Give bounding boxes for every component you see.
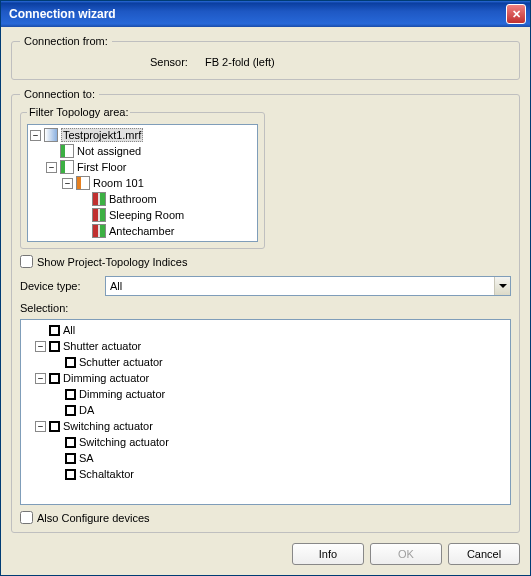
device-type-combo[interactable]: All xyxy=(105,276,511,296)
sel-label: DA xyxy=(79,404,94,416)
collapse-icon[interactable]: − xyxy=(30,130,41,141)
sel-node-switching[interactable]: − Switching actuator xyxy=(35,418,508,434)
tree-node-antechamber[interactable]: Antechamber xyxy=(78,223,255,239)
sel-label: Dimming actuator xyxy=(63,372,149,384)
tree-node-not-assigned[interactable]: Not assigned xyxy=(46,143,255,159)
tree-label: Sleeping Room xyxy=(109,209,184,221)
checkbox-icon[interactable] xyxy=(65,453,76,464)
project-icon xyxy=(44,128,58,142)
selection-label: Selection: xyxy=(20,302,511,314)
device-type-label: Device type: xyxy=(20,280,105,292)
checkbox-icon[interactable] xyxy=(65,437,76,448)
collapse-icon[interactable]: − xyxy=(35,373,46,384)
close-button[interactable]: ✕ xyxy=(506,4,526,24)
window-title: Connection wizard xyxy=(9,7,506,21)
checkbox-icon[interactable] xyxy=(49,325,60,336)
tree-label: First Floor xyxy=(77,161,127,173)
tree-node-room101[interactable]: − Room 101 xyxy=(62,175,255,191)
titlebar: Connection wizard ✕ xyxy=(1,1,530,27)
checkbox-icon[interactable] xyxy=(49,373,60,384)
sensor-label: Sensor: xyxy=(150,56,205,68)
room-icon xyxy=(76,176,90,190)
sel-node-dimming2[interactable]: Dimming actuator xyxy=(51,386,508,402)
tree-node-sleeping-room[interactable]: Sleeping Room xyxy=(78,207,255,223)
sensor-value: FB 2-fold (left) xyxy=(205,56,275,68)
checkbox-icon[interactable] xyxy=(49,421,60,432)
area-icon xyxy=(60,160,74,174)
tree-label: Testprojekt1.mrf xyxy=(61,128,143,142)
checkbox-icon[interactable] xyxy=(49,341,60,352)
tree-label: Not assigned xyxy=(77,145,141,157)
device-type-value: All xyxy=(106,277,494,295)
sel-node-schutter[interactable]: Schutter actuator xyxy=(51,354,508,370)
connection-from-legend: Connection from: xyxy=(20,35,112,47)
device-icon xyxy=(92,192,106,206)
show-indices-checkbox[interactable] xyxy=(20,255,33,268)
chevron-down-icon[interactable] xyxy=(494,277,510,295)
connection-to-group: Connection to: Filter Topology area: − xyxy=(11,88,520,533)
collapse-icon[interactable]: − xyxy=(35,341,46,352)
also-configure-checkbox[interactable] xyxy=(20,511,33,524)
device-icon xyxy=(92,208,106,222)
sel-label: Shutter actuator xyxy=(63,340,141,352)
sel-node-sa[interactable]: SA xyxy=(51,450,508,466)
info-button[interactable]: Info xyxy=(292,543,364,565)
tree-node-first-floor[interactable]: − First Floor xyxy=(46,159,255,175)
sel-label: Schaltaktor xyxy=(79,468,134,480)
tree-label: Antechamber xyxy=(109,225,174,237)
tree-node-project[interactable]: − Testprojekt1.mrf xyxy=(30,127,255,143)
sel-node-shutter[interactable]: − Shutter actuator xyxy=(35,338,508,354)
window: Connection wizard ✕ Connection from: Sen… xyxy=(0,0,531,576)
device-icon xyxy=(92,224,106,238)
sel-node-schaltaktor[interactable]: Schaltaktor xyxy=(51,466,508,482)
tree-node-bathroom[interactable]: Bathroom xyxy=(78,191,255,207)
checkbox-icon[interactable] xyxy=(65,389,76,400)
sel-node-switching2[interactable]: Switching actuator xyxy=(51,434,508,450)
checkbox-icon[interactable] xyxy=(65,469,76,480)
sel-label: SA xyxy=(79,452,94,464)
sel-label: Schutter actuator xyxy=(79,356,163,368)
window-body: Connection from: Sensor: FB 2-fold (left… xyxy=(1,27,530,575)
show-indices-label: Show Project-Topology Indices xyxy=(37,256,187,268)
sel-node-dimming[interactable]: − Dimming actuator xyxy=(35,370,508,386)
also-configure-label: Also Configure devices xyxy=(37,512,150,524)
connection-from-group: Connection from: Sensor: FB 2-fold (left… xyxy=(11,35,520,80)
sel-label: All xyxy=(63,324,75,336)
sel-node-da[interactable]: DA xyxy=(51,402,508,418)
connection-to-legend: Connection to: xyxy=(20,88,99,100)
tree-label: Room 101 xyxy=(93,177,144,189)
collapse-icon[interactable]: − xyxy=(46,162,57,173)
topology-tree[interactable]: − Testprojekt1.mrf xyxy=(27,124,258,242)
selection-tree[interactable]: All − Shutter actuator xyxy=(20,319,511,505)
collapse-icon[interactable]: − xyxy=(35,421,46,432)
filter-topology-legend: Filter Topology area: xyxy=(27,106,130,118)
sel-label: Dimming actuator xyxy=(79,388,165,400)
cancel-button[interactable]: Cancel xyxy=(448,543,520,565)
sel-label: Switching actuator xyxy=(63,420,153,432)
area-icon xyxy=(60,144,74,158)
checkbox-icon[interactable] xyxy=(65,357,76,368)
tree-label: Bathroom xyxy=(109,193,157,205)
filter-topology-group: Filter Topology area: − Testprojekt1.mrf xyxy=(20,106,265,249)
sel-node-all[interactable]: All xyxy=(35,322,508,338)
button-row: Info OK Cancel xyxy=(11,539,520,565)
ok-button[interactable]: OK xyxy=(370,543,442,565)
checkbox-icon[interactable] xyxy=(65,405,76,416)
sel-label: Switching actuator xyxy=(79,436,169,448)
collapse-icon[interactable]: − xyxy=(62,178,73,189)
